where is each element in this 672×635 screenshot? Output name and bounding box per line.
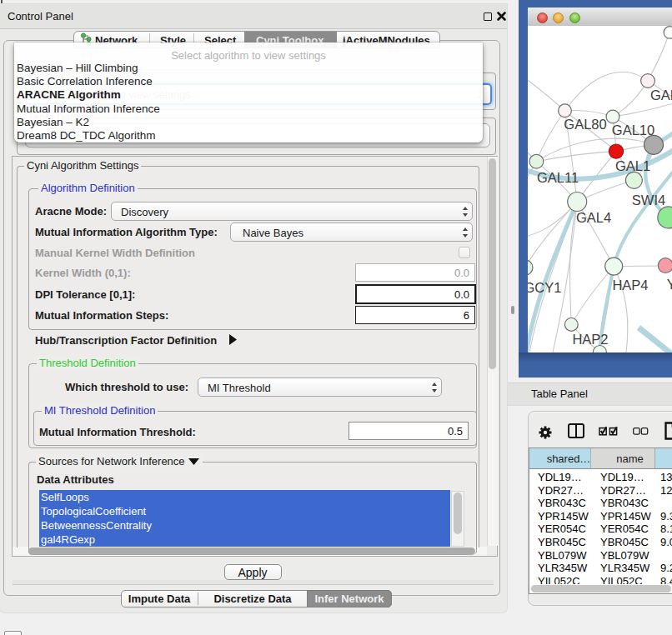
svg-text:GAL1: GAL1 <box>615 158 650 173</box>
svg-text:GCY1: GCY1 <box>528 280 561 295</box>
svg-text:GAL80: GAL80 <box>564 117 606 132</box>
svg-text:HAP4: HAP4 <box>612 278 648 292</box>
svg-text:GAL4: GAL4 <box>576 210 611 225</box>
svg-text:GAL: GAL <box>650 88 672 102</box>
svg-text:SWI4: SWI4 <box>632 192 665 208</box>
svg-text:Y: Y <box>667 277 672 292</box>
svg-text:GAL11: GAL11 <box>537 170 579 185</box>
svg-text:HAP2: HAP2 <box>572 332 608 347</box>
svg-text:GAL10: GAL10 <box>612 122 654 138</box>
